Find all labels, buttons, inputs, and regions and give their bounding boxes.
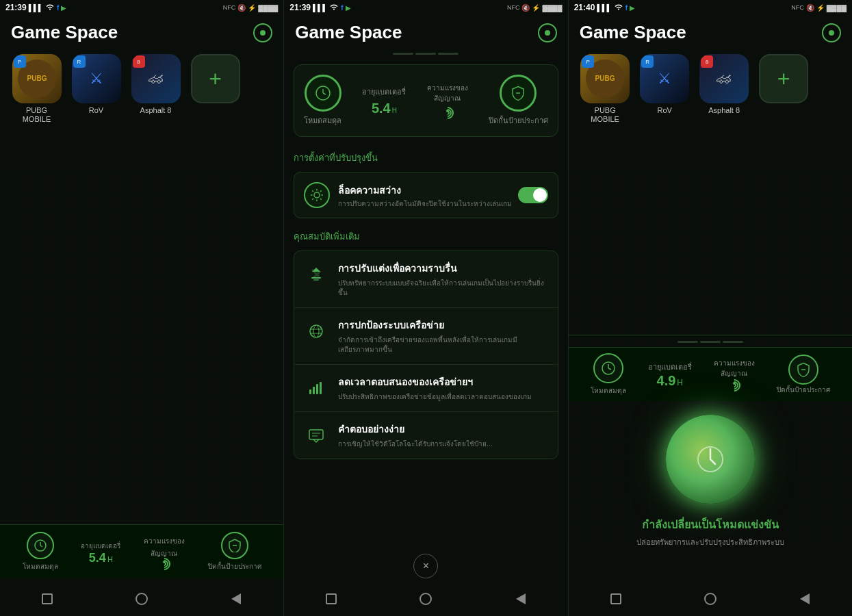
game-item-rov-1[interactable]: ⚔ R RoV bbox=[70, 54, 122, 124]
feature-smooth[interactable]: การปรับแต่งเพื่อความราบรื่น ปรับทรัพยากร… bbox=[294, 251, 557, 308]
network-text: การปกป้องระบบเครือข่าย จำกัดการเข้าถึงเค… bbox=[338, 318, 547, 355]
add-game-item-3[interactable]: + bbox=[758, 54, 810, 124]
battery-block-3: อายุแบตเตอรี่ 4.9 H bbox=[648, 361, 692, 389]
status-bar-1: 21:39 ▌▌▌ f ▶ NFC 🔇 ⚡ ▓▓▓▓ bbox=[0, 0, 283, 15]
mode-icon-1 bbox=[27, 532, 54, 559]
bat-unit-2: H bbox=[392, 107, 397, 114]
time-3: 21:40 bbox=[574, 3, 595, 12]
adblock-label-3: ปิดกั้นป้ายประกาศ bbox=[777, 385, 830, 395]
feature-latency[interactable]: ลดเวลาตอบสนองของเครือข่ายฯ ปรับประสิทธิภ… bbox=[294, 365, 557, 412]
svg-line-16 bbox=[320, 198, 322, 200]
brightness-setting[interactable]: ล็อคความสว่าง การปรับความสว่างอัตโนมัติจ… bbox=[294, 172, 558, 218]
game-item-asphalt-3[interactable]: 🏎 8 Asphalt 8 bbox=[699, 54, 750, 124]
adblock-circle-2[interactable] bbox=[500, 75, 537, 112]
bt-3: ⚡ bbox=[816, 4, 825, 12]
latency-icon bbox=[304, 376, 328, 400]
adblock-icon-1 bbox=[221, 532, 248, 559]
status-bar-3: 21:40 ▌▌▌ f ▶ NFC 🔇 ⚡ ▓▓▓▓ bbox=[569, 0, 852, 15]
game-icon-rov-1[interactable]: ⚔ R bbox=[72, 54, 121, 103]
signal-2: ▌▌▌ bbox=[313, 4, 327, 12]
nav-bar-2 bbox=[284, 582, 567, 616]
svg-rect-28 bbox=[309, 430, 323, 439]
mode-orb[interactable] bbox=[666, 415, 755, 504]
nfc-3: NFC bbox=[791, 4, 804, 11]
target-icon-3[interactable] bbox=[822, 23, 841, 42]
feature-network[interactable]: การปกป้องระบบเครือข่าย จำกัดการเข้าถึงเค… bbox=[294, 308, 557, 365]
target-icon-1[interactable] bbox=[253, 23, 272, 42]
panel-header-3: Game Space bbox=[569, 15, 852, 49]
network-desc: จำกัดการเข้าถึงเครือข่ายของแอพพื้นหลังเพ… bbox=[338, 335, 547, 355]
add-game-item-1[interactable]: + bbox=[190, 54, 241, 124]
game-item-pubg-3[interactable]: PUBG P PUBGMOBILE bbox=[580, 54, 631, 124]
status-bar-2: 21:39 ▌▌▌ f ▶ NFC 🔇 ⚡ ▓▓▓▓ bbox=[284, 0, 567, 15]
nav-home-2[interactable] bbox=[412, 589, 439, 609]
brightness-text: ล็อคความสว่าง การปรับความสว่างอัตโนมัติจ… bbox=[338, 183, 512, 208]
asphalt-badge-3: 8 bbox=[701, 55, 713, 68]
rov-name-3: RoV bbox=[657, 106, 671, 115]
info-card-2: โหมดสมดุล อายุแบตเตอรี่ 5.4 H ความแรงของ… bbox=[294, 64, 558, 137]
svg-rect-26 bbox=[316, 384, 318, 394]
nav-bar-1 bbox=[0, 582, 283, 616]
nav-bar-3 bbox=[569, 582, 852, 616]
game-icon-pubg-3[interactable]: PUBG P bbox=[580, 54, 630, 103]
panel-1: 21:39 ▌▌▌ f ▶ NFC 🔇 ⚡ ▓▓▓▓ Game Space PU… bbox=[0, 0, 284, 616]
adblock-block-3: ปิดกั้นป้ายประกาศ bbox=[777, 355, 830, 395]
reply-title: คำตอบอย่างง่าย bbox=[338, 422, 492, 437]
add-game-button-3[interactable]: + bbox=[759, 54, 808, 103]
svg-rect-19 bbox=[311, 277, 321, 279]
nav-home-1[interactable] bbox=[128, 589, 155, 609]
panel-header-1: Game Space bbox=[0, 15, 283, 49]
drag-handle-2[interactable] bbox=[284, 49, 567, 59]
status-right-3: NFC 🔇 ⚡ ▓▓▓▓ bbox=[791, 4, 847, 12]
svg-line-15 bbox=[313, 190, 314, 192]
grid-bg bbox=[0, 171, 283, 541]
add-plus-icon-3: + bbox=[777, 68, 790, 90]
mute-2: 🔇 bbox=[521, 4, 530, 12]
bat-2: ▓▓▓▓ bbox=[542, 4, 562, 12]
battery-label-1: อายุแบตเตอรี่ bbox=[81, 541, 120, 551]
close-button-2[interactable]: × bbox=[413, 554, 438, 578]
game-grid-3: PUBG P PUBGMOBILE ⚔ R RoV 🏎 8 bbox=[569, 49, 852, 129]
nav-square-1[interactable] bbox=[34, 589, 61, 609]
game-item-pubg-1[interactable]: PUBG P PUBGMOBILE bbox=[11, 54, 62, 124]
mode-icon-3 bbox=[593, 353, 623, 383]
drag-handle-3[interactable] bbox=[569, 335, 852, 347]
brightness-toggle[interactable] bbox=[518, 187, 548, 203]
bottom-stats-1: โหมดสมดุล อายุแบตเตอรี่ 5.4 H ความแรงของ… bbox=[0, 524, 283, 578]
nav-back-1[interactable] bbox=[222, 589, 250, 609]
game-icon-asphalt-3[interactable]: 🏎 8 bbox=[699, 54, 749, 103]
signal-bars: ▌▌▌ bbox=[29, 4, 43, 12]
bat-unit-3: H bbox=[677, 378, 683, 387]
nav-sq-3[interactable] bbox=[602, 589, 630, 609]
game-item-asphalt-1[interactable]: 🏎 8 Asphalt 8 bbox=[130, 54, 181, 124]
bt-2: ⚡ bbox=[532, 4, 540, 12]
svg-rect-24 bbox=[309, 389, 311, 394]
nav-back-3[interactable] bbox=[791, 589, 818, 609]
time-1: 21:39 bbox=[5, 3, 27, 12]
add-game-button-1[interactable]: + bbox=[191, 54, 240, 103]
target-icon-2[interactable] bbox=[538, 23, 557, 42]
feature-reply[interactable]: คำตอบอย่างง่าย การเชิญให้ใช้วิดีโอโลโฉะไ… bbox=[294, 412, 557, 459]
mode-subtext-3: ปล่อยทรัพยากรและปรับปรุงประสิทธิภาพระบบ bbox=[569, 536, 852, 548]
nav-sq-2[interactable] bbox=[318, 589, 345, 609]
adblock-stat-1: ปิดกั้นป้ายประกาศ bbox=[208, 532, 261, 572]
game-icon-asphalt-1[interactable]: 🏎 8 bbox=[131, 54, 181, 103]
panel-title-1: Game Space bbox=[11, 22, 118, 43]
mode-title-3: กำลังเปลี่ยนเป็นโหมดแข่งขัน bbox=[569, 516, 852, 533]
smooth-icon bbox=[304, 262, 328, 287]
mode-circle-2[interactable] bbox=[305, 75, 341, 112]
nav-home-3[interactable] bbox=[697, 589, 724, 609]
wifi-3 bbox=[614, 4, 623, 11]
nav-back-2[interactable] bbox=[507, 589, 534, 609]
add-plus-icon-1: + bbox=[209, 68, 222, 90]
panel-title-2: Game Space bbox=[295, 22, 402, 43]
game-icon-rov-3[interactable]: ⚔ R bbox=[640, 54, 689, 103]
pubg-name-1: PUBGMOBILE bbox=[23, 106, 51, 124]
status-right-2: NFC 🔇 ⚡ ▓▓▓▓ bbox=[507, 4, 563, 12]
time-2: 21:39 bbox=[289, 3, 311, 12]
mode-label-2: โหมดสมดุล bbox=[304, 114, 341, 127]
reply-text: คำตอบอย่างง่าย การเชิญให้ใช้วิดีโอโลโฉะไ… bbox=[338, 422, 492, 449]
game-item-rov-3[interactable]: ⚔ R RoV bbox=[639, 54, 690, 124]
game-icon-pubg-1[interactable]: PUBG P bbox=[12, 54, 62, 103]
battery-value-1: 5.4 bbox=[89, 551, 106, 565]
